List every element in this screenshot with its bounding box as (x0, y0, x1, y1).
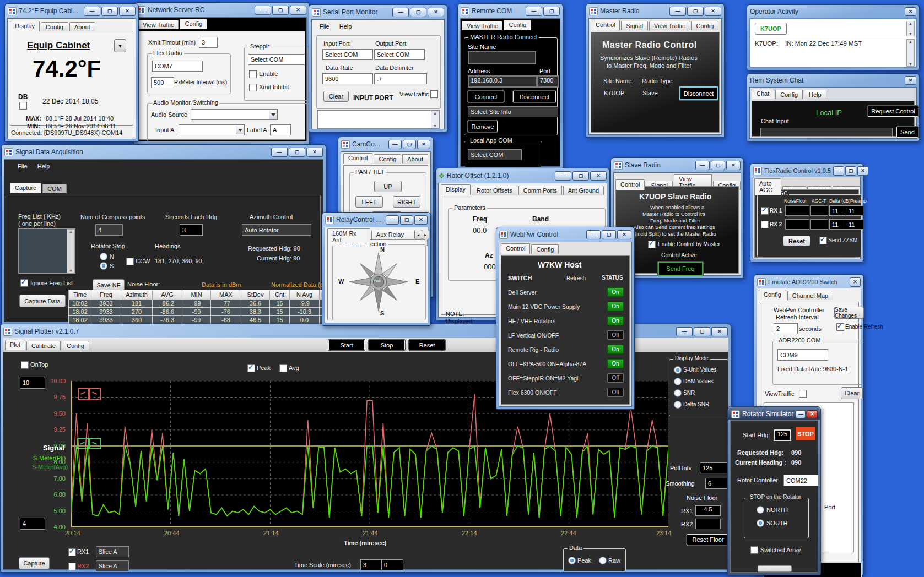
network-titlebar[interactable]: Network Server RC —▢✕ (134, 3, 309, 16)
label-a-field[interactable]: A (270, 124, 291, 135)
start-hdg-field[interactable]: 125 (774, 429, 791, 441)
menu-help[interactable]: Help (339, 23, 352, 30)
data-rate-dropdown[interactable]: 9600 (322, 73, 373, 84)
camco-titlebar[interactable]: CamCo... —▢✕ (338, 137, 433, 150)
minimize-icon[interactable]: — (833, 166, 844, 176)
steppir-com-dropdown[interactable]: Select COM (248, 54, 305, 65)
peak-checkbox[interactable] (247, 364, 255, 372)
tab-auto-agc[interactable]: Auto AGC (754, 178, 781, 195)
tab-config[interactable]: Config (180, 19, 207, 29)
capture-button[interactable]: Capture (19, 557, 50, 569)
up-button[interactable]: UP (374, 181, 402, 192)
rx2-delta-spinner[interactable]: 11 (829, 219, 847, 230)
maximize-icon[interactable]: ▢ (272, 6, 289, 15)
stop-button[interactable]: Stop (369, 340, 405, 350)
tab-about[interactable]: About (402, 154, 428, 164)
tab-control[interactable]: Control (343, 153, 372, 164)
tab-plot[interactable]: Plot (5, 340, 25, 350)
ymax-spinner[interactable]: 10 (20, 377, 45, 389)
refresh-link[interactable]: Refresh (566, 275, 586, 281)
local-com-dropdown[interactable]: Select COM (468, 149, 522, 160)
switch-state-button[interactable]: On (607, 359, 624, 368)
minimize-icon[interactable]: — (386, 215, 399, 225)
relay-titlebar[interactable]: RelayControl ... —▢✕ (322, 213, 430, 226)
close-icon[interactable]: ✕ (306, 148, 323, 157)
xmit-timeout-field[interactable]: 3 (199, 37, 218, 48)
scrollbar[interactable]: ▲▼ (906, 39, 915, 67)
minimize-icon[interactable]: — (84, 7, 100, 16)
rotsim-titlebar[interactable]: Rotator Simulator —✕ (728, 407, 820, 420)
close-icon[interactable]: ✕ (617, 230, 631, 239)
clear-button[interactable]: Clear (841, 387, 863, 399)
nf-rx1-field[interactable]: 4.5 (695, 505, 721, 516)
nf-rx2-field[interactable] (695, 519, 721, 529)
maximize-icon[interactable]: ▢ (687, 7, 704, 16)
close-icon[interactable]: ✕ (807, 410, 818, 418)
heading-dropdown-button[interactable]: ▾ (114, 39, 126, 52)
view-traffic-checkbox[interactable] (799, 390, 807, 398)
operator-titlebar[interactable]: Operator Activity ✕ (747, 5, 919, 17)
tab-control[interactable]: Control (591, 20, 620, 30)
tab-config[interactable]: Config (759, 290, 786, 300)
north-radio[interactable] (757, 506, 764, 514)
webpwr-titlebar[interactable]: WebPwr Control —▢✕ (496, 227, 634, 241)
tab-control[interactable]: Control (615, 179, 645, 190)
minimize-icon[interactable]: — (255, 6, 271, 15)
save-nf-button[interactable]: Save NF (93, 279, 125, 291)
close-icon[interactable]: ✕ (905, 76, 916, 85)
remote-titlebar[interactable]: Remote COM —▢ (458, 4, 563, 17)
send-button[interactable]: Send (896, 127, 918, 138)
flex-titlebar[interactable]: FlexRadio Control v1.0.5 —▢✕ (750, 164, 863, 177)
switch-state-button[interactable]: On (607, 316, 624, 325)
rx1-slice-dropdown[interactable]: Slice A (96, 546, 129, 557)
data-raw-radio[interactable] (599, 557, 607, 564)
maximize-icon[interactable]: ▢ (410, 8, 426, 17)
rx2-checkbox[interactable] (761, 221, 769, 228)
input-port-dropdown[interactable]: Select COM (322, 49, 373, 60)
address-field[interactable]: 192.168.0.3 (468, 75, 537, 88)
data-peak-radio[interactable] (568, 557, 576, 564)
tab-160m-rx-ant[interactable]: 160M Rx Ant (327, 228, 370, 246)
chevron-down-icon[interactable] (236, 126, 244, 134)
col-header[interactable]: StDev (241, 290, 270, 300)
chat-titlebar[interactable]: Rem System Chat ✕ (747, 74, 919, 86)
tab-config[interactable]: Config (374, 154, 401, 164)
minimize-icon[interactable]: — (669, 7, 686, 16)
enable-refresh-checkbox[interactable] (836, 323, 844, 331)
tab-view-traffic[interactable]: View Traffic (462, 21, 502, 30)
rx2-checkbox[interactable] (68, 563, 76, 570)
adr-com-dropdown[interactable]: COM9 (777, 349, 828, 361)
sunit-radio[interactable] (674, 366, 682, 374)
rx1-preamp-spinner[interactable]: 11 (846, 205, 863, 216)
master-titlebar[interactable]: Master Radio —▢✕ (586, 4, 724, 17)
minimize-icon[interactable]: — (695, 161, 710, 170)
operator-badge[interactable]: K7UOP (755, 23, 787, 35)
menu-help[interactable]: Help (37, 163, 50, 170)
reset-floor-button[interactable]: Reset Floor (687, 534, 730, 545)
smoothing-spinner[interactable]: 6 (705, 478, 730, 489)
rx2-agct-field[interactable] (810, 219, 828, 230)
rotor-titlebar[interactable]: ✥Rotor Offset (1.2.1.0) —▢✕ (436, 168, 609, 182)
tab-config[interactable]: Config (775, 90, 803, 99)
rotor-controller-dropdown[interactable]: COM22 (783, 475, 819, 486)
close-icon[interactable]: ✕ (290, 6, 306, 15)
tab-capture[interactable]: Capture (10, 183, 41, 193)
select-site-dropdown[interactable]: Select Site Info (468, 106, 558, 117)
rotator-stop-n-radio[interactable] (100, 253, 107, 260)
adr-titlebar[interactable]: Emulate ADR2200 Switch ✕ (754, 275, 863, 288)
switch-state-button[interactable]: On (607, 287, 624, 297)
maximize-icon[interactable]: ▢ (289, 148, 305, 157)
minimize-icon[interactable]: — (526, 7, 542, 16)
delta-snr-radio[interactable] (674, 401, 682, 409)
close-icon[interactable]: ✕ (417, 140, 430, 149)
avg-checkbox[interactable] (279, 364, 287, 372)
scrollbar[interactable]: ▲▼ (431, 111, 439, 128)
connect-button[interactable]: Connect (468, 91, 504, 102)
flex-com-dropdown[interactable]: COM7 (152, 61, 203, 72)
scrollbar[interactable]: ▲▼ (67, 229, 75, 273)
switched-array-checkbox[interactable] (750, 546, 758, 554)
south-radio[interactable] (757, 519, 764, 527)
close-icon[interactable]: ✕ (590, 171, 607, 181)
output-port-dropdown[interactable]: Select COM (374, 49, 425, 60)
tab-config[interactable]: Config (41, 22, 68, 31)
